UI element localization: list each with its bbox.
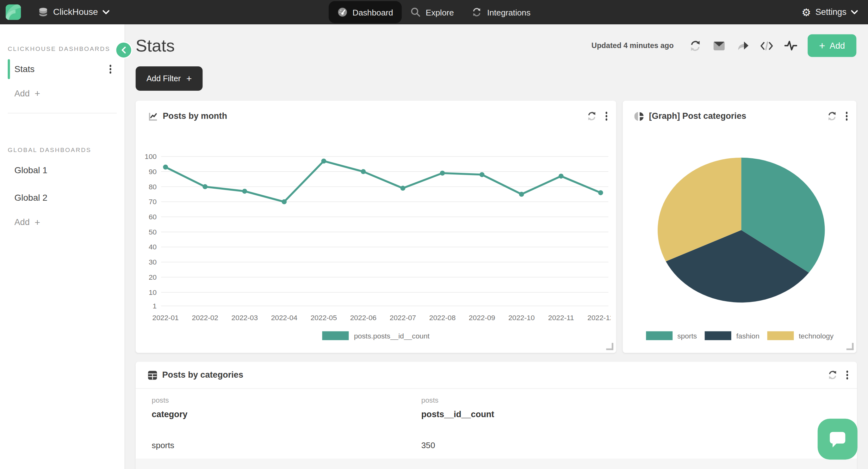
sidebar-add-global-dashboard[interactable]: Add + [14, 217, 125, 228]
sidebar-add-dashboard[interactable]: Add + [14, 89, 125, 99]
kebab-menu-icon[interactable] [110, 65, 111, 73]
legend-item: technology [767, 331, 834, 340]
updated-timestamp: Updated 4 minutes ago [592, 41, 674, 49]
resize-grip[interactable] [607, 343, 614, 350]
legend-label: fashion [736, 332, 759, 340]
sidebar-collapse-button[interactable] [115, 41, 132, 59]
plus-icon: + [35, 218, 40, 227]
sidebar-item-label: Global 2 [14, 193, 48, 203]
gauge-icon [338, 7, 348, 18]
tab-integrations[interactable]: Integrations [463, 1, 539, 23]
post-categories-pie-chart [623, 156, 860, 307]
share-button[interactable] [734, 35, 752, 56]
sidebar-item-label: Global 1 [14, 165, 48, 175]
refresh-icon [827, 111, 837, 121]
svg-text:10: 10 [149, 288, 157, 296]
legend-swatch [767, 331, 794, 340]
table-cell: 329 [405, 468, 675, 469]
settings-label: Settings [815, 7, 846, 18]
card-title: [Graph] Post categories [649, 111, 747, 121]
tab-dashboard[interactable]: Dashboard [329, 1, 402, 23]
database-icon [38, 7, 49, 18]
line-chart-icon [148, 111, 158, 121]
svg-text:1: 1 [153, 302, 157, 310]
card-kebab-menu[interactable] [846, 371, 848, 379]
tab-explore[interactable]: Explore [402, 1, 463, 23]
settings-menu[interactable]: ⚙ Settings [802, 7, 868, 18]
tab-label: Dashboard [352, 8, 393, 17]
svg-text:40: 40 [149, 243, 157, 251]
svg-text:2022-07: 2022-07 [390, 313, 416, 322]
svg-text:2022-12: 2022-12 [587, 313, 611, 322]
refresh-icon [827, 370, 837, 380]
add-filter-label: Add Filter [147, 74, 181, 83]
posts-by-month-line-chart: 10090807060504030201012022-012022-022022… [140, 152, 611, 328]
card-post-categories: [Graph] Post categories [623, 101, 856, 353]
add-filter-button[interactable]: Add Filter + [136, 66, 203, 91]
svg-text:2022-08: 2022-08 [429, 313, 456, 322]
card-kebab-menu[interactable] [845, 112, 847, 121]
table-column-header[interactable]: postscategory [152, 396, 421, 420]
svg-text:2022-01: 2022-01 [152, 313, 179, 322]
card-refresh-button[interactable] [825, 109, 839, 124]
card-kebab-menu[interactable] [606, 112, 607, 121]
add-button-label: Add [830, 41, 845, 51]
plus-icon: + [35, 89, 40, 98]
sidebar-divider [8, 113, 117, 113]
app-root: ClickHouse Dashboard [0, 0, 868, 469]
table-column-header[interactable]: postsposts__id__count [421, 396, 691, 420]
plus-icon: + [819, 40, 825, 51]
email-button[interactable] [710, 35, 729, 56]
svg-text:2022-09: 2022-09 [469, 313, 495, 322]
legend-item: sports [646, 331, 697, 340]
svg-text:2022-02: 2022-02 [192, 313, 218, 322]
sidebar-item-stats[interactable]: Stats [0, 59, 125, 80]
refresh-button[interactable] [686, 35, 705, 56]
add-label: Add [14, 89, 30, 99]
legend-swatch [705, 331, 731, 340]
tab-label: Integrations [487, 8, 530, 17]
embed-code-button[interactable] [757, 35, 776, 56]
legend-swatch [322, 331, 349, 340]
table-cell: fashion [136, 468, 405, 469]
column-group: posts [421, 396, 691, 404]
card-refresh-button[interactable] [825, 368, 840, 382]
svg-text:50: 50 [149, 228, 157, 236]
code-icon [760, 41, 773, 51]
page-header: Stats Updated 4 minutes ago [136, 34, 857, 57]
chat-launcher-button[interactable] [818, 419, 858, 460]
card-refresh-button[interactable] [585, 109, 599, 124]
chevron-down-icon [851, 10, 858, 14]
app-name: ClickHouse [53, 7, 98, 18]
legend-swatch [646, 331, 672, 340]
page-title: Stats [136, 36, 175, 56]
table-row[interactable]: fashion329 [136, 459, 857, 469]
logo-mark-icon [6, 4, 21, 20]
activity-pulse-icon [784, 40, 797, 52]
svg-text:100: 100 [145, 152, 157, 161]
resize-grip[interactable] [846, 343, 854, 350]
plus-icon: + [186, 74, 192, 83]
card-title: Posts by month [163, 111, 227, 121]
sidebar-item-global-1[interactable]: Global 1 [0, 160, 125, 181]
chevron-down-icon [102, 10, 110, 14]
mail-icon [713, 41, 725, 51]
svg-text:2022-05: 2022-05 [311, 313, 337, 322]
pie-chart-legend: sportsfashiontechnology [623, 331, 856, 340]
table-cell: sports [136, 440, 405, 449]
table-row[interactable]: sports350 [136, 431, 857, 459]
topbar: ClickHouse Dashboard [0, 0, 868, 24]
svg-text:60: 60 [149, 213, 157, 221]
add-widget-button[interactable]: + Add [808, 34, 856, 57]
sidebar-item-global-2[interactable]: Global 2 [0, 188, 125, 209]
table-icon [148, 370, 157, 380]
app-logo[interactable] [6, 4, 21, 20]
speech-bubble-icon [828, 430, 847, 448]
svg-text:20: 20 [149, 273, 157, 281]
activity-button[interactable] [781, 35, 800, 56]
sync-icon [472, 7, 482, 18]
svg-text:30: 30 [149, 258, 157, 266]
svg-text:2022-06: 2022-06 [350, 313, 376, 322]
refresh-icon [587, 111, 597, 121]
datasource-switcher[interactable]: ClickHouse [38, 7, 110, 18]
